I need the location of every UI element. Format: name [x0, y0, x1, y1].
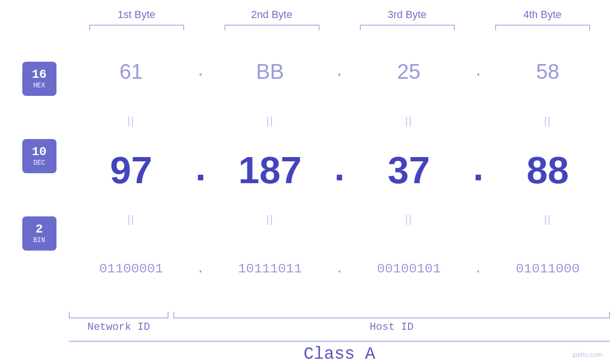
- dec-cell-4: 88: [486, 149, 610, 192]
- dec-badge: 10 DEC: [22, 139, 56, 173]
- bin-badge-num: 2: [36, 223, 43, 236]
- hex-badge-label: HEX: [33, 82, 45, 89]
- eq1-3: ||: [347, 115, 471, 127]
- bracket-top-1: [89, 25, 184, 30]
- bottom-labels: Network ID Host ID: [69, 321, 610, 333]
- bin-dot-1: .: [194, 261, 208, 276]
- eq2-2: ||: [208, 213, 333, 225]
- bracket-cell-4: [475, 25, 610, 30]
- network-id-label: Network ID: [69, 321, 169, 333]
- dec-val-3: 37: [388, 149, 430, 192]
- bin-val-2: 10111011: [238, 261, 302, 276]
- host-id-label: Host ID: [173, 321, 610, 333]
- eq1-2: ||: [208, 115, 333, 127]
- bracket-bottom-host: [173, 312, 610, 318]
- dec-cell-2: 187: [208, 149, 333, 192]
- eq1-1: ||: [69, 115, 194, 127]
- hex-dot-2: .: [332, 62, 347, 81]
- equals-row-1: || || || ||: [69, 113, 610, 129]
- byte-3-header: 3rd Byte: [339, 9, 475, 21]
- dec-dot-3: .: [471, 149, 486, 192]
- bin-val-3: 00100101: [377, 261, 441, 276]
- bottom-brackets: [69, 312, 610, 318]
- footer: ipshu.com: [572, 351, 602, 358]
- bin-val-4: 01011000: [516, 261, 580, 276]
- bin-cell-2: 10111011: [208, 261, 333, 276]
- hex-cell-3: 25: [347, 60, 471, 84]
- eq2-1: ||: [69, 213, 194, 225]
- dec-val-2: 187: [238, 149, 301, 192]
- bin-cell-4: 01011000: [486, 261, 610, 276]
- dec-row: 97 . 187 . 37 . 88: [69, 129, 610, 212]
- eq1-4: ||: [486, 115, 610, 127]
- eq2-3: ||: [347, 213, 471, 225]
- hex-cell-1: 61: [69, 60, 194, 84]
- top-brackets: [0, 25, 610, 30]
- dec-badge-label: DEC: [33, 159, 45, 167]
- bin-val-1: 01100001: [99, 261, 163, 276]
- bracket-cell-1: [69, 25, 204, 30]
- eq-sign-2-4: ||: [544, 213, 551, 225]
- hex-dot-3: .: [471, 62, 486, 81]
- hex-badge-num: 16: [32, 68, 47, 82]
- hex-badge: 16 HEX: [22, 62, 56, 96]
- bracket-top-4: [495, 25, 590, 30]
- hex-dot-1: .: [194, 62, 208, 81]
- bracket-bottom-network: [69, 312, 169, 318]
- dec-cell-1: 97: [69, 149, 194, 192]
- eq-sign-2-1: ||: [128, 213, 135, 225]
- dec-badge-num: 10: [32, 145, 47, 159]
- byte-4-header: 4th Byte: [475, 9, 610, 21]
- bracket-top-2: [225, 25, 319, 30]
- content-area: 16 HEX 10 DEC 2 BIN 61 . BB: [0, 30, 610, 310]
- bottom-section: Network ID Host ID: [0, 312, 610, 333]
- bracket-cell-3: [339, 25, 475, 30]
- eq-sign-2-3: ||: [405, 213, 413, 225]
- class-line: [69, 338, 610, 342]
- bin-cell-1: 01100001: [69, 261, 194, 276]
- dec-cell-3: 37: [347, 149, 471, 192]
- dec-val-4: 88: [526, 149, 569, 192]
- bin-row: 01100001 . 10111011 . 00100101 . 0101100…: [69, 227, 610, 310]
- bin-badge: 2 BIN: [22, 216, 56, 251]
- byte-headers: 1st Byte 2nd Byte 3rd Byte 4th Byte: [0, 9, 610, 21]
- hex-cell-2: BB: [208, 60, 333, 84]
- eq-sign-1-1: ||: [128, 115, 135, 127]
- bracket-cell-2: [204, 25, 339, 30]
- dec-dot-1: .: [194, 149, 208, 192]
- hex-val-1: 61: [120, 60, 143, 84]
- hex-val-2: BB: [256, 60, 284, 84]
- eq2-4: ||: [486, 213, 610, 225]
- hex-val-4: 58: [536, 60, 559, 84]
- bin-dot-3: .: [471, 261, 486, 276]
- main-container: 1st Byte 2nd Byte 3rd Byte 4th Byte 16 H…: [0, 0, 610, 364]
- class-label: Class A: [69, 345, 610, 364]
- badges-column: 16 HEX 10 DEC 2 BIN: [0, 30, 69, 310]
- values-grid: 61 . BB . 25 . 58 || ||: [69, 30, 610, 310]
- byte-2-header: 2nd Byte: [204, 9, 339, 21]
- dec-dot-2: .: [332, 149, 347, 192]
- eq-sign-1-3: ||: [405, 115, 413, 127]
- class-row: Class A: [0, 338, 610, 364]
- eq-sign-2-2: ||: [266, 213, 273, 225]
- bracket-top-3: [360, 25, 455, 30]
- bin-badge-label: BIN: [33, 236, 45, 244]
- bin-cell-3: 00100101: [347, 261, 471, 276]
- hex-cell-4: 58: [486, 60, 610, 84]
- hex-row: 61 . BB . 25 . 58: [69, 30, 610, 113]
- dec-val-1: 97: [110, 149, 152, 192]
- eq-sign-1-2: ||: [266, 115, 273, 127]
- eq-sign-1-4: ||: [544, 115, 551, 127]
- byte-1-header: 1st Byte: [69, 9, 204, 21]
- hex-val-3: 25: [397, 60, 421, 84]
- bin-dot-2: .: [332, 261, 347, 276]
- equals-row-2: || || || ||: [69, 211, 610, 227]
